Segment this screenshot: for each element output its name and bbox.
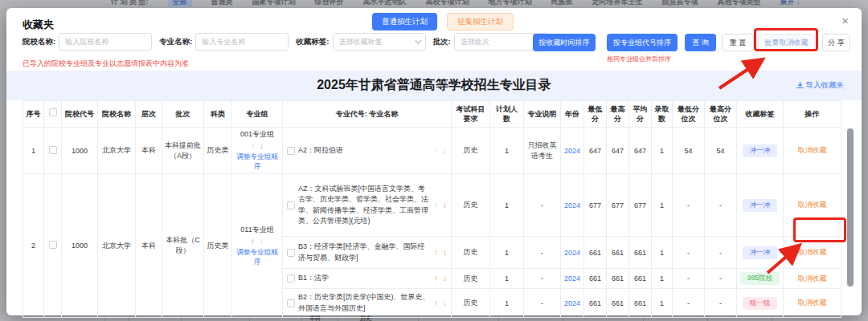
column-header: 批次 xyxy=(162,101,204,128)
batch-unfavorite-button[interactable]: 批量取消收藏 xyxy=(758,34,815,51)
cell-plan-count: 1 xyxy=(490,237,524,269)
cell-major-group: 001专业组↑↓调整专业组顺序 xyxy=(232,128,283,174)
table-row: 21000北京大学本科本科批（C段）历史类011专业组↑↓调整专业组顺序AZ：文… xyxy=(23,174,841,237)
download-icon xyxy=(796,82,804,89)
table-scrollbar[interactable] xyxy=(847,128,854,286)
background-plan-type-option: 脱贫县专项 xyxy=(662,0,698,7)
cell-min-score: 677 xyxy=(584,174,607,237)
cell-subject-requirement: 历史 xyxy=(452,174,490,237)
cell-max-rank: - xyxy=(705,289,737,318)
unfavorite-link[interactable]: 取消收藏 xyxy=(798,146,827,154)
unfavorite-link[interactable]: 取消收藏 xyxy=(798,248,827,256)
cell-batch: 本科批（C段） xyxy=(162,174,204,318)
cell-level: 本科 xyxy=(136,128,162,174)
move-up-icon[interactable]: ↑ xyxy=(434,147,438,155)
cell-max-rank: - xyxy=(705,174,737,237)
move-down-icon[interactable]: ↓ xyxy=(443,299,447,307)
move-up-icon[interactable]: ↑ xyxy=(251,238,255,246)
favorites-table: 序号院校代号院校名称层次批次科类专业组专业代号: 专业名称考试科目要求计划人数专… xyxy=(23,100,841,318)
year-link[interactable]: 2024 xyxy=(564,274,580,282)
cell-admit-count: 1 xyxy=(652,237,673,269)
tag-select[interactable]: 选择收藏标签 xyxy=(333,33,426,51)
cell-max-rank: - xyxy=(705,269,737,289)
cell-college-name: 北京大学 xyxy=(98,128,136,174)
reset-button[interactable]: 重 置 xyxy=(722,34,754,51)
cell-favorite-tag: 稳一稳 xyxy=(737,289,784,318)
major-name-text: B1：法学 xyxy=(298,273,431,284)
cell-group-checkbox xyxy=(44,174,62,318)
cell-level: 本科 xyxy=(136,174,162,318)
cell-action: 取消收藏 xyxy=(784,269,841,289)
background-plan-type-option: 普通类 xyxy=(211,0,233,7)
major-checkbox[interactable] xyxy=(287,299,295,307)
cell-min-rank: - xyxy=(673,174,705,237)
year-link[interactable]: 2024 xyxy=(564,201,580,209)
major-checkbox[interactable] xyxy=(287,249,295,257)
cell-max-rank: 54 xyxy=(705,128,737,174)
close-icon[interactable]: × xyxy=(841,14,849,26)
unfavorite-link[interactable]: 取消收藏 xyxy=(798,274,827,282)
background-plan-type-option: 综合评价 xyxy=(315,0,344,7)
cell-avg-score: 661 xyxy=(629,269,652,289)
move-down-icon[interactable]: ↓ xyxy=(443,201,447,209)
cell-max-score: 661 xyxy=(607,269,629,289)
adjust-group-order-link[interactable]: 调整专业组顺序 xyxy=(235,248,280,267)
group-checkbox[interactable] xyxy=(49,241,57,249)
move-down-icon[interactable]: ↓ xyxy=(443,147,447,155)
cell-min-rank: - xyxy=(673,269,705,289)
move-up-icon[interactable]: ↑ xyxy=(434,274,438,282)
major-name-input[interactable] xyxy=(195,33,289,51)
cell-min-score: 661 xyxy=(584,269,607,289)
cell-plan-count: 1 xyxy=(490,128,524,174)
query-button[interactable]: 查 询 xyxy=(685,34,716,51)
college-name-input[interactable] xyxy=(59,33,152,51)
tab-normal-plan[interactable]: 普通招生计划 xyxy=(372,13,437,30)
cell-category: 历史类 xyxy=(204,128,232,174)
major-name-row: A2：阿拉伯语↑↓ xyxy=(287,145,447,156)
major-checkbox[interactable] xyxy=(287,274,295,282)
column-header: 专业代号: 专业名称 xyxy=(283,101,452,128)
cell-year: 2024 xyxy=(561,269,584,289)
favorite-tag-badge: 稳一稳 xyxy=(743,297,778,310)
major-name-row: B2：历史学类[历史学(中国史)、世界史、外国语言与外国历史]↑↓ xyxy=(287,292,447,314)
year-link[interactable]: 2024 xyxy=(564,249,580,257)
tab-collect-plan[interactable]: 征集招生计划 xyxy=(447,13,514,30)
column-header: 最高分 xyxy=(607,101,629,128)
column-header: 最高分位次 xyxy=(705,101,737,128)
sort-hint: 相同专业组合并后排序 xyxy=(607,55,671,63)
year-link[interactable]: 2024 xyxy=(564,299,580,307)
cell-plan-count: 1 xyxy=(490,174,524,237)
import-favorites-link[interactable]: 导入收藏夹 xyxy=(796,80,845,91)
column-header: 收藏标签 xyxy=(737,101,784,128)
cell-min-rank: - xyxy=(673,237,705,269)
background-plan-type-label: 计 划 类 型: xyxy=(111,0,149,7)
unfavorite-link[interactable]: 取消收藏 xyxy=(798,201,827,209)
unfavorite-link[interactable]: 取消收藏 xyxy=(798,299,827,307)
select-all-checkbox[interactable] xyxy=(49,108,57,116)
cell-major-note: - xyxy=(524,269,561,289)
sort-by-time-button[interactable]: 按收藏时间排序 xyxy=(533,34,596,51)
share-button[interactable]: 分 享 xyxy=(822,34,850,51)
major-checkbox[interactable] xyxy=(287,201,295,209)
background-plan-type-option: 民族班 xyxy=(551,0,573,7)
year-link[interactable]: 2024 xyxy=(564,147,580,155)
move-up-icon[interactable]: ↑ xyxy=(434,299,438,307)
move-up-icon[interactable]: ↑ xyxy=(434,249,438,257)
move-down-icon[interactable]: ↓ xyxy=(260,238,264,246)
move-up-icon[interactable]: ↑ xyxy=(434,201,438,209)
move-down-icon[interactable]: ↓ xyxy=(260,142,264,150)
major-checkbox[interactable] xyxy=(287,147,295,155)
adjust-group-order-link[interactable]: 调整专业组顺序 xyxy=(235,152,280,172)
column-header: 年份 xyxy=(561,101,584,128)
move-up-icon[interactable]: ↑ xyxy=(251,142,255,150)
cell-admit-count: 1 xyxy=(652,128,673,174)
cell-year: 2024 xyxy=(561,128,584,174)
move-down-icon[interactable]: ↓ xyxy=(443,249,447,257)
move-arrows: ↑↓ xyxy=(235,142,280,150)
sort-by-code-button[interactable]: 按专业组代号排序 xyxy=(607,34,678,51)
favorites-modal: 收藏夹 普通招生计划 征集招生计划 × 院校名称: 专业名称: 收藏标签: 选择… xyxy=(6,8,862,315)
column-header: 专业组 xyxy=(232,101,283,128)
cell-batch: 本科提前批（A段） xyxy=(162,128,204,174)
group-checkbox[interactable] xyxy=(49,146,57,154)
move-down-icon[interactable]: ↓ xyxy=(443,274,447,282)
